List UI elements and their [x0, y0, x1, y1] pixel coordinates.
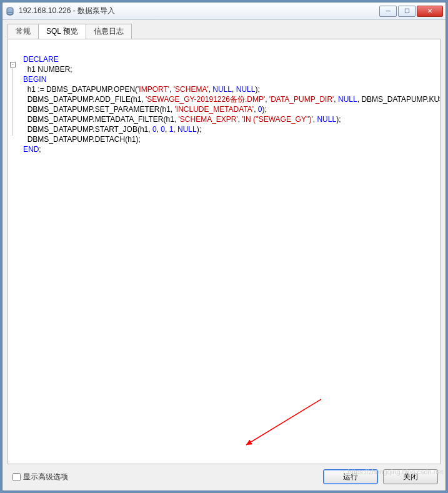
advanced-options-input[interactable]	[12, 473, 21, 481]
client-area: 常规 SQL 预览 信息日志 - DECLARE h1 NUMBER; BEGI…	[2, 20, 446, 491]
tab-sql-preview[interactable]: SQL 预览	[38, 24, 86, 39]
advanced-options-label: 显示高级选项	[23, 472, 68, 482]
tab-general[interactable]: 常规	[7, 24, 39, 39]
window-title: 192.168.10.226 - 数据泵导入	[19, 6, 379, 16]
maximize-button[interactable]: ☐	[398, 6, 416, 17]
sql-editor[interactable]: - DECLARE h1 NUMBER; BEGIN h1 := DBMS_DA…	[7, 39, 441, 464]
tab-bar: 常规 SQL 预览 信息日志	[7, 24, 441, 39]
advanced-options-checkbox[interactable]: 显示高级选项	[10, 471, 68, 483]
tab-log[interactable]: 信息日志	[86, 24, 132, 39]
database-icon	[5, 6, 15, 16]
bottom-bar: 显示高级选项 运行 关闭	[7, 464, 441, 486]
fold-gutter: -	[8, 39, 19, 464]
window-controls: ─ ☐ ✕	[379, 6, 443, 17]
code-content: DECLARE h1 NUMBER; BEGIN h1 := DBMS_DATA…	[23, 44, 436, 164]
minimize-button[interactable]: ─	[379, 6, 397, 17]
close-button[interactable]: 关闭	[383, 469, 438, 484]
fold-toggle-icon[interactable]: -	[10, 62, 16, 67]
close-window-button[interactable]: ✕	[417, 6, 443, 17]
dialog-window: 192.168.10.226 - 数据泵导入 ─ ☐ ✕ 常规 SQL 预览 信…	[2, 2, 446, 491]
title-bar[interactable]: 192.168.10.226 - 数据泵导入 ─ ☐ ✕	[2, 2, 446, 20]
run-button[interactable]: 运行	[323, 469, 378, 484]
